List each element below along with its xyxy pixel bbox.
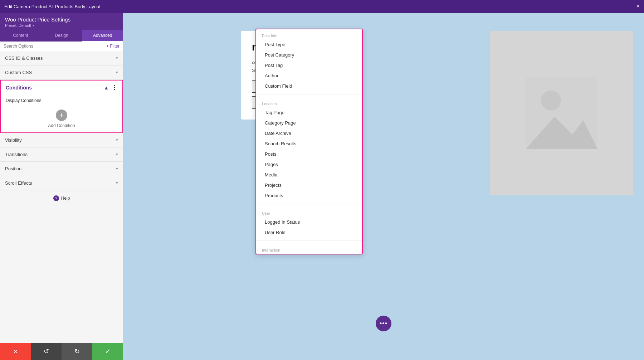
display-conditions-label: Display Conditions — [1, 94, 122, 105]
group-label-post-info: Post Info — [256, 29, 362, 39]
divider-1 — [256, 94, 362, 94]
add-condition-label: Add Condition — [48, 123, 75, 128]
section-position-header[interactable]: Position ▾ — [0, 162, 123, 176]
group-user: User Logged In Status User Role — [256, 207, 362, 238]
section-visibility-label: Visibility — [5, 137, 22, 143]
dropdown-item-pages[interactable]: Pages — [256, 159, 362, 170]
dropdown-item-products[interactable]: Products — [256, 190, 362, 201]
dropdown-item-logged-in-status[interactable]: Logged In Status — [256, 217, 362, 227]
group-label-user: User — [256, 207, 362, 217]
section-scroll-effects: Scroll Effects ▾ — [0, 176, 123, 190]
chevron-down-icon: ▾ — [116, 56, 118, 60]
conditions-header: Conditions ▲ ⋮ — [1, 81, 122, 94]
conditions-controls: ▲ ⋮ — [104, 84, 117, 91]
add-condition-button[interactable]: + — [56, 110, 67, 121]
group-label-location: Location — [256, 97, 362, 107]
dropdown-item-post-tag[interactable]: Post Tag — [256, 60, 362, 70]
save-button[interactable]: ✓ — [92, 343, 123, 360]
divider-2 — [256, 204, 362, 204]
chevron-down-icon: ▾ — [116, 138, 118, 142]
section-custom-css: Custom CSS ▾ — [0, 65, 123, 80]
help-icon: ? — [53, 195, 59, 201]
chevron-down-icon: ▾ — [116, 70, 118, 75]
section-transitions-header[interactable]: Transitions ▾ — [0, 147, 123, 161]
section-css-id-label: CSS ID & Classes — [5, 55, 43, 61]
section-custom-css-header[interactable]: Custom CSS ▾ — [0, 65, 123, 79]
conditions-section: Conditions ▲ ⋮ Display Conditions + Add … — [0, 80, 123, 133]
dropdown-item-category-page[interactable]: Category Page — [256, 118, 362, 128]
dropdown-item-projects[interactable]: Projects — [256, 180, 362, 190]
tab-content[interactable]: Content — [0, 30, 41, 42]
section-custom-css-label: Custom CSS — [5, 70, 32, 75]
top-bar-title: Edit Camera Product All Products Body La… — [4, 4, 636, 9]
bottom-bar: ✕ ↺ ↻ ✓ — [0, 343, 123, 360]
undo-button[interactable]: ↺ — [31, 343, 62, 360]
panel-content: CSS ID & Classes ▾ Custom CSS ▾ Conditio… — [0, 51, 123, 360]
preset-chevron-icon: ▾ — [33, 24, 34, 27]
fab-dots-icon: ••• — [380, 320, 387, 327]
panel-tabs: Content Design Advanced — [0, 30, 123, 42]
section-css-id: CSS ID & Classes ▾ — [0, 51, 123, 65]
group-interaction: Interaction — [256, 244, 362, 254]
dropdown-item-media[interactable]: Media — [256, 170, 362, 180]
section-scroll-effects-header[interactable]: Scroll Effects ▾ — [0, 176, 123, 190]
panel-title: Woo Product Price Settings — [5, 16, 118, 23]
dropdown-item-post-type[interactable]: Post Type — [256, 39, 362, 50]
group-post-info: Post Info Post Type Post Category Post T… — [256, 29, 362, 91]
image-placeholder — [490, 31, 633, 195]
dropdown-item-custom-field[interactable]: Custom Field — [256, 81, 362, 91]
help-area: ? Help — [0, 190, 123, 206]
dropdown-item-tag-page[interactable]: Tag Page — [256, 107, 362, 118]
tab-advanced[interactable]: Advanced — [82, 30, 123, 42]
search-bar: + Filter — [0, 42, 123, 51]
dropdown-item-post-category[interactable]: Post Category — [256, 50, 362, 60]
section-visibility-header[interactable]: Visibility ▾ — [0, 133, 123, 147]
section-position-label: Position — [5, 166, 21, 171]
group-location: Location Tag Page Category Page Date Arc… — [256, 97, 362, 201]
search-input[interactable] — [4, 44, 104, 49]
chevron-down-icon: ▾ — [116, 166, 118, 171]
more-options-icon[interactable]: ⋮ — [112, 84, 117, 91]
close-icon[interactable]: × — [636, 3, 640, 10]
filter-button[interactable]: + Filter — [106, 44, 119, 49]
dropdown-item-date-archive[interactable]: Date Archive — [256, 128, 362, 138]
svg-point-1 — [541, 91, 561, 111]
conditions-dropdown: Post Info Post Type Post Category Post T… — [255, 29, 363, 254]
section-scroll-effects-label: Scroll Effects — [5, 180, 32, 186]
chevron-up-icon[interactable]: ▲ — [104, 85, 109, 91]
panel-preset[interactable]: Preset: Default ▾ — [5, 23, 118, 28]
divider-3 — [256, 240, 362, 241]
help-label[interactable]: Help — [61, 196, 70, 201]
dropdown-item-user-role[interactable]: User Role — [256, 227, 362, 238]
chevron-down-icon: ▾ — [116, 152, 118, 157]
group-label-interaction: Interaction — [256, 244, 362, 254]
dropdown-item-search-results[interactable]: Search Results — [256, 138, 362, 149]
dropdown-item-author[interactable]: Author — [256, 70, 362, 81]
close-button[interactable]: ✕ — [0, 343, 31, 360]
section-visibility: Visibility ▾ — [0, 133, 123, 147]
redo-button[interactable]: ↻ — [62, 343, 92, 360]
top-bar: Edit Camera Product All Products Body La… — [0, 0, 644, 13]
section-transitions-label: Transitions — [5, 152, 28, 157]
dropdown-item-posts[interactable]: Posts — [256, 149, 362, 159]
chevron-down-icon: ▾ — [116, 181, 118, 185]
conditions-title: Conditions — [6, 85, 32, 91]
tab-design[interactable]: Design — [41, 30, 82, 42]
left-panel: Woo Product Price Settings Preset: Defau… — [0, 13, 123, 360]
section-css-id-header[interactable]: CSS ID & Classes ▾ — [0, 51, 123, 65]
placeholder-image-icon — [526, 77, 597, 149]
canvas-area: Post Info Post Type Post Category Post T… — [123, 13, 644, 360]
section-transitions: Transitions ▾ — [0, 147, 123, 162]
panel-header: Woo Product Price Settings Preset: Defau… — [0, 13, 123, 30]
add-condition-area: + Add Condition — [1, 105, 122, 132]
section-position: Position ▾ — [0, 162, 123, 176]
fab-button[interactable]: ••• — [376, 316, 391, 331]
